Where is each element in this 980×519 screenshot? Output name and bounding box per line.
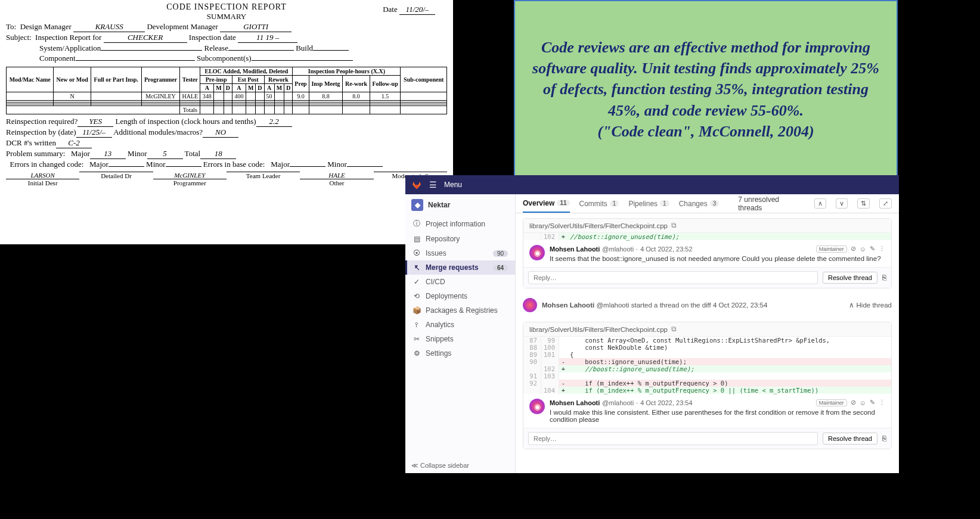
quote-cite: ("Code clean", McConnell, 2004) <box>528 121 883 142</box>
diff-line-added: 102 +//boost::ignore_unused(time); <box>523 233 891 240</box>
nav-icon: 📦 <box>413 306 421 315</box>
count-badge: 90 <box>493 250 508 257</box>
inspection-table: Mod/Mac Name New or Mod Full or Part Ins… <box>6 67 447 114</box>
quote-text: Code reviews are an effective method for… <box>528 37 883 120</box>
menu-label[interactable]: Menu <box>444 181 462 189</box>
resolve-icon[interactable]: ⊘ <box>851 245 856 253</box>
expand-icon[interactable]: ⤢ <box>879 198 892 209</box>
next-thread-button[interactable]: ∨ <box>836 198 848 209</box>
diff-line-context: 8799 const Array<OneD, const MultiRegion… <box>523 337 891 344</box>
discussion-thread: library/SolverUtils/Filters/FilterCheckp… <box>523 322 892 449</box>
report-date: Date 11/20/– <box>383 5 435 15</box>
count-badge: 64 <box>493 265 508 271</box>
comment: ◉ Mohsen Lahooti @mlahooti · 4 Oct 2022,… <box>523 240 891 267</box>
sidebar-item-snippets[interactable]: ✂Snippets <box>405 332 515 346</box>
hide-thread-button[interactable]: ∧ Hide thread <box>849 301 892 309</box>
nav-icon: ✓ <box>413 278 421 286</box>
collapse-sidebar[interactable]: ≪ Collapse sidebar <box>411 462 469 470</box>
resolve-thread-button[interactable]: Resolve thread <box>823 433 877 445</box>
project-avatar-icon: ◆ <box>411 199 423 211</box>
avatar-icon[interactable]: ◉ <box>529 245 545 260</box>
project-name: Nektar <box>428 201 450 209</box>
gitlab-header: ☰ Menu <box>405 175 899 194</box>
sidebar-item-settings[interactable]: ⚙Settings <box>405 346 515 360</box>
prev-thread-button[interactable]: ∧ <box>814 198 826 209</box>
reinspection-by-row: Reinspection by (date)11/25/– Additional… <box>6 128 447 138</box>
diff-line-removed: 90- boost::ignore_unused(time); <box>523 358 891 365</box>
tab-overview[interactable]: Overview11 <box>523 194 570 213</box>
to-row: To: Design Manager KRAUSS Development Ma… <box>6 22 447 32</box>
diff-line-removed: 92- if (m_index++ % m_outputFrequency > … <box>523 380 891 387</box>
diff-line-added: 102+ //boost::ignore_unused(time); <box>523 365 891 372</box>
nav-icon: ✂ <box>413 335 421 343</box>
sidebar-item-project-information[interactable]: ⓘProject information <box>405 216 515 232</box>
roles-row: LARSONInitial Desr Detailed Dr McGINLEYP… <box>6 172 447 187</box>
resolve-thread-button[interactable]: Resolve thread <box>823 272 877 284</box>
resolve-icon[interactable]: ⊘ <box>851 399 856 406</box>
comment: ◉ Mohsen Lahooti @mlahooti · 4 Oct 2022,… <box>523 394 891 428</box>
nav-icon: ⭶ <box>413 263 421 272</box>
sidebar-item-analytics[interactable]: ⫯Analytics <box>405 318 515 332</box>
role-badge: Maintainer <box>816 399 847 406</box>
collapse-icon: ≪ <box>411 462 418 469</box>
reply-input[interactable] <box>528 271 818 284</box>
avatar-icon[interactable]: ◉ <box>529 399 545 414</box>
sidebar-item-ci-cd[interactable]: ✓CI/CD <box>405 275 515 289</box>
more-icon[interactable]: ⋮ <box>879 245 885 253</box>
gitlab-logo-icon[interactable] <box>411 179 422 190</box>
nav-icon: ⫯ <box>413 321 421 329</box>
emoji-icon[interactable]: ☺ <box>860 399 866 406</box>
reply-row: Resolve thread ⎘ <box>523 267 891 288</box>
component-row: Component Subcomponent(s) <box>6 54 447 63</box>
errors-row: Errors in changed code: Major Minor Erro… <box>6 160 447 169</box>
system-row: System/Application Release Build <box>6 43 447 53</box>
file-path-header: library/SolverUtils/Filters/FilterCheckp… <box>523 322 891 337</box>
count-badge: 1 <box>660 200 669 207</box>
diff-line-context: 91103 <box>523 372 891 380</box>
count-badge: 1 <box>610 200 619 207</box>
mr-tabs: Overview11Commits1Pipelines1Changes3 7 u… <box>516 194 899 213</box>
project-header[interactable]: ◆ Nektar <box>405 194 515 216</box>
report-title: CODE INSPECTION REPORT <box>6 2 447 12</box>
edit-icon[interactable]: ✎ <box>870 399 875 406</box>
role-badge: Maintainer <box>816 245 847 253</box>
new-issue-icon[interactable]: ⎘ <box>882 274 886 281</box>
discussion-thread: library/SolverUtils/Filters/FilterCheckp… <box>523 218 892 288</box>
quote-box: Code reviews are an effective method for… <box>514 0 898 179</box>
dcr-row: DCR #'s writtenC-2 <box>6 138 447 148</box>
file-path-header: library/SolverUtils/Filters/FilterCheckp… <box>523 219 891 233</box>
sidebar-item-deployments[interactable]: ⟲Deployments <box>405 289 515 303</box>
thread-start-header: Mohsen Lahooti @mlahooti started a threa… <box>516 293 899 317</box>
problem-summary-row: Problem summary: Major13 Minor5 Total18 <box>6 149 447 159</box>
count-badge: 3 <box>710 200 720 207</box>
tab-commits[interactable]: Commits1 <box>579 194 619 213</box>
jump-icon[interactable]: ⇅ <box>857 198 870 209</box>
sidebar-item-repository[interactable]: ▤Repository <box>405 232 515 246</box>
gitlab-app: ☰ Menu ◆ Nektar ⓘProject information▤Rep… <box>405 175 899 473</box>
reply-input[interactable] <box>528 432 818 445</box>
diff-line-context: 89101 { <box>523 351 891 358</box>
reply-row: Resolve thread ⎘ <box>523 428 891 449</box>
report-subtitle: SUMMARY <box>6 12 447 21</box>
count-badge: 11 <box>557 200 569 206</box>
new-issue-icon[interactable]: ⎘ <box>882 435 886 442</box>
emoji-icon[interactable]: ☺ <box>860 245 866 253</box>
reinspection-row: Reinspection required?YES Length of insp… <box>6 117 447 127</box>
copy-path-icon[interactable]: ⧉ <box>671 325 677 333</box>
tab-changes[interactable]: Changes3 <box>679 194 720 213</box>
menu-icon[interactable]: ☰ <box>429 180 437 189</box>
copy-path-icon[interactable]: ⧉ <box>671 222 677 229</box>
inspection-report-document: CODE INSPECTION REPORT SUMMARY Date 11/2… <box>0 0 453 244</box>
avatar-icon[interactable] <box>523 298 537 312</box>
comment-text: It seems that the boost::ignore_unused i… <box>550 255 885 262</box>
edit-icon[interactable]: ✎ <box>870 245 875 253</box>
sidebar-item-merge-requests[interactable]: ⭶Merge requests64 <box>405 260 515 275</box>
nav-icon: ⦿ <box>413 249 421 257</box>
more-icon[interactable]: ⋮ <box>879 399 885 406</box>
nav-icon: ⓘ <box>413 219 421 229</box>
nav-icon: ⟲ <box>413 292 421 300</box>
nav-icon: ▤ <box>413 235 421 243</box>
tab-pipelines[interactable]: Pipelines1 <box>628 194 669 213</box>
sidebar-item-issues[interactable]: ⦿Issues90 <box>405 246 515 260</box>
sidebar-item-packages-registries[interactable]: 📦Packages & Registries <box>405 303 515 318</box>
